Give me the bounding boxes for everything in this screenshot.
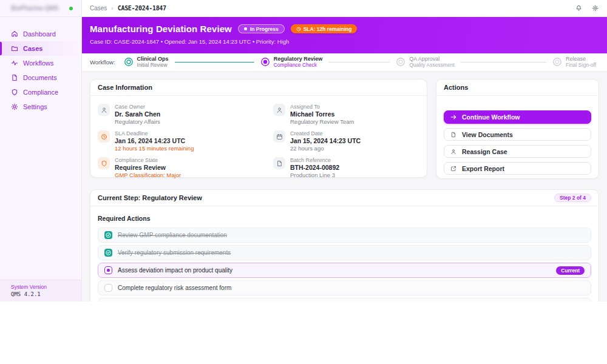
field-assigned-to: Assigned To Michael Torres Regulatory Re… bbox=[273, 104, 419, 126]
system-version-label: System Version bbox=[11, 284, 81, 290]
sidebar-item-label: Cases bbox=[23, 45, 42, 52]
sidebar-item-dashboard[interactable]: Dashboard bbox=[0, 27, 81, 41]
logo-bar: BioPharma QMS bbox=[0, 0, 81, 17]
sidebar-item-workflows[interactable]: Workflows bbox=[0, 56, 81, 70]
field-sla-deadline: SLA Deadline Jan 16, 2024 14:23 UTC 12 h… bbox=[98, 130, 273, 152]
task-label: Assess deviation impact on product quali… bbox=[118, 267, 232, 274]
sidebar-item-settings[interactable]: Settings bbox=[0, 99, 81, 114]
user-icon bbox=[450, 149, 456, 155]
case-header: Manufacturing Deviation Review In Progre… bbox=[82, 17, 607, 53]
sidebar: BioPharma QMS Dashboard Cases Workflows … bbox=[0, 0, 82, 302]
field-value: Dr. Sarah Chen bbox=[115, 110, 160, 118]
breadcrumb-separator: › bbox=[111, 5, 113, 12]
checkbox-current-icon[interactable] bbox=[104, 266, 112, 274]
field-created-date: Created Date Jan 15, 2024 14:23 UTC 22 h… bbox=[273, 130, 419, 152]
sidebar-item-label: Workflows bbox=[23, 59, 54, 67]
clock-icon bbox=[98, 130, 110, 143]
task-row[interactable]: Complete regulatory risk assessment form bbox=[98, 280, 591, 295]
step-pending-icon bbox=[396, 57, 405, 67]
step-subtitle: Quality Assessment bbox=[409, 62, 455, 69]
field-label: Assigned To bbox=[290, 104, 354, 110]
field-compliance-state: Compliance State Requires Review GMP Cla… bbox=[98, 157, 273, 179]
case-meta: Case ID: CASE-2024-1847 • Opened: Jan 15… bbox=[90, 38, 599, 45]
status-dot-icon bbox=[244, 27, 247, 30]
activity-icon bbox=[11, 59, 18, 67]
field-value: BTH-2024-00892 bbox=[290, 164, 339, 172]
folder-icon bbox=[11, 45, 18, 52]
topbar: Cases › CASE-2024-1847 bbox=[82, 0, 607, 17]
field-sub: Regulatory Review Team bbox=[290, 118, 354, 126]
main-content: Case Information Case Owner Dr. Sarah Ch… bbox=[82, 72, 607, 302]
field-value: Michael Torres bbox=[290, 110, 354, 118]
task-row[interactable]: Review GMP compliance documentation bbox=[98, 228, 591, 243]
view-documents-button[interactable]: View Documents bbox=[444, 128, 591, 141]
actions-title: Actions bbox=[436, 79, 599, 96]
step-connector bbox=[461, 62, 546, 63]
case-information-card: Case Information Case Owner Dr. Sarah Ch… bbox=[90, 79, 427, 178]
step-done-icon bbox=[124, 57, 134, 67]
step-subtitle: Compliance Check bbox=[274, 62, 323, 69]
arrow-right-icon bbox=[450, 114, 456, 120]
continue-workflow-button[interactable]: Continue Workflow bbox=[444, 110, 591, 124]
step-connector bbox=[328, 62, 390, 63]
button-label: Continue Workflow bbox=[462, 113, 520, 121]
case-information-title: Case Information bbox=[90, 79, 427, 96]
sidebar-footer: System Version QMS 4.2.1 bbox=[0, 280, 81, 302]
sidebar-item-documents[interactable]: Documents bbox=[0, 70, 81, 85]
task-label: Complete regulatory risk assessment form bbox=[118, 285, 231, 291]
export-icon bbox=[450, 166, 456, 172]
gear-icon[interactable] bbox=[592, 5, 599, 12]
current-task-badge: Current bbox=[556, 266, 585, 275]
document-icon bbox=[11, 74, 18, 81]
sla-badge: SLA: 12h remaining bbox=[291, 24, 358, 33]
field-sub: Regulatory Affairs bbox=[115, 118, 160, 126]
home-icon bbox=[11, 30, 18, 38]
bell-icon[interactable] bbox=[575, 5, 582, 12]
app-logo: BioPharma QMS bbox=[11, 5, 58, 12]
export-report-button[interactable]: Export Report bbox=[444, 162, 591, 175]
file-icon bbox=[273, 157, 285, 169]
step-count-badge: Step 2 of 4 bbox=[554, 194, 591, 202]
current-step-title: Current Step: Regulatory Review bbox=[98, 194, 202, 201]
gear-icon bbox=[11, 103, 18, 110]
field-sub: 22 hours ago bbox=[290, 145, 361, 152]
step-subtitle: Initial Review bbox=[137, 62, 169, 69]
breadcrumb-cases-link[interactable]: Cases bbox=[90, 5, 107, 12]
step-active-icon bbox=[260, 57, 270, 67]
sidebar-item-cases[interactable]: Cases bbox=[0, 41, 81, 56]
step-pending-icon bbox=[552, 57, 562, 67]
button-label: View Documents bbox=[462, 131, 513, 138]
field-label: Compliance State bbox=[115, 157, 181, 164]
task-row-current[interactable]: Assess deviation impact on product quali… bbox=[98, 263, 591, 278]
actions-card: Actions Continue Workflow View Documents… bbox=[436, 79, 599, 179]
calendar-icon bbox=[273, 130, 285, 143]
sidebar-item-compliance[interactable]: Compliance bbox=[0, 85, 81, 99]
task-row[interactable]: Verify regulatory submission requirement… bbox=[98, 245, 591, 260]
workflow-label: Workflow: bbox=[90, 59, 115, 66]
breadcrumb-current-case: CASE-2024-1847 bbox=[118, 5, 166, 12]
sidebar-item-label: Documents bbox=[23, 74, 57, 81]
sidebar-item-label: Dashboard bbox=[23, 30, 56, 38]
button-label: Reassign Case bbox=[462, 148, 507, 155]
reassign-case-button[interactable]: Reassign Case bbox=[444, 145, 591, 158]
clock-icon bbox=[296, 27, 301, 32]
checkbox-checked-icon[interactable] bbox=[104, 231, 112, 239]
workflow-stepper: Workflow: Clinical Ops Initial Review Re… bbox=[82, 53, 607, 72]
user-icon bbox=[98, 104, 110, 116]
field-label: Created Date bbox=[290, 130, 361, 137]
field-sub: GMP Classification: Major bbox=[115, 172, 181, 179]
field-value: Requires Review bbox=[115, 164, 181, 172]
shield-icon bbox=[11, 89, 18, 96]
checkbox-checked-icon[interactable] bbox=[104, 249, 112, 257]
workflow-step-release: Release Final Sign-off bbox=[552, 56, 596, 68]
current-step-card: Current Step: Regulatory Review Step 2 o… bbox=[90, 189, 599, 302]
user-icon bbox=[273, 104, 285, 116]
field-value: Jan 16, 2024 14:23 UTC bbox=[115, 137, 194, 145]
step-connector bbox=[175, 62, 254, 63]
checkbox-empty-icon[interactable] bbox=[104, 284, 112, 292]
workflow-step-clinical-ops: Clinical Ops Initial Review bbox=[124, 56, 169, 68]
task-row[interactable] bbox=[98, 298, 591, 302]
status-badge: In Progress bbox=[238, 24, 285, 33]
field-case-owner: Case Owner Dr. Sarah Chen Regulatory Aff… bbox=[98, 104, 273, 126]
sla-badge-label: SLA: 12h remaining bbox=[304, 26, 352, 32]
